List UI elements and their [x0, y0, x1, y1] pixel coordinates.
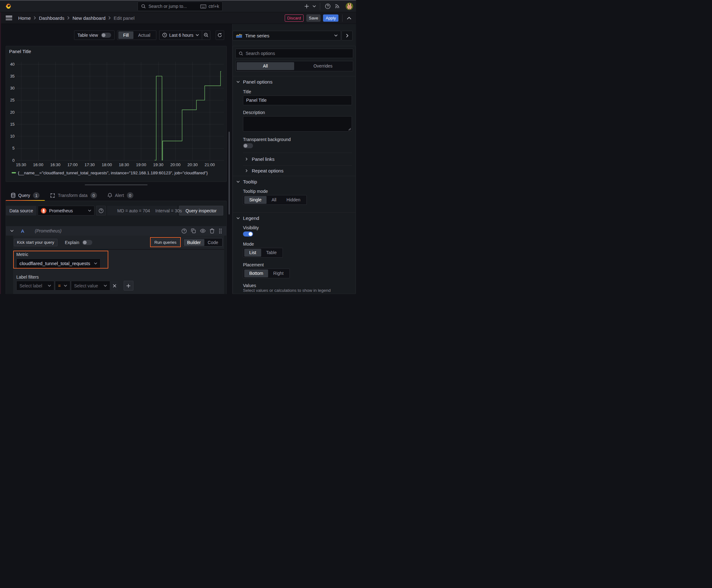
- time-range-button[interactable]: Last 6 hours: [159, 31, 202, 40]
- panel-title: Panel Title: [9, 49, 31, 54]
- actual-option[interactable]: Actual: [133, 31, 155, 39]
- section-panel-options-header[interactable]: Panel options: [236, 80, 352, 84]
- code-option[interactable]: Code: [204, 239, 222, 246]
- chevron-right-icon: [346, 34, 348, 38]
- metric-select[interactable]: cloudflared_tunnel_total_requests: [16, 258, 101, 268]
- svg-text:5: 5: [12, 146, 15, 150]
- drag-handle-icon[interactable]: [218, 228, 222, 234]
- new-dropdown-button[interactable]: [311, 2, 317, 11]
- refresh-button[interactable]: [216, 30, 224, 40]
- resize-handle[interactable]: [85, 184, 148, 186]
- svg-text:16:30: 16:30: [50, 162, 61, 167]
- datasource-picker[interactable]: Prometheus: [38, 206, 94, 215]
- svg-text:35: 35: [10, 74, 15, 78]
- breadcrumb-current: Edit panel: [114, 15, 135, 21]
- section-legend-title: Legend: [243, 216, 259, 220]
- fill-option[interactable]: Fill: [118, 31, 133, 39]
- visualization-picker[interactable]: Time series: [233, 31, 341, 41]
- title-field-label: Title: [243, 89, 352, 94]
- query-options-collapsed[interactable]: MD = auto = 704 Interval = 30s: [107, 206, 177, 215]
- query-ref-id: A: [21, 228, 24, 234]
- repeat-options-label: Repeat options: [252, 168, 283, 173]
- breadcrumb-new-dashboard[interactable]: New dashboard: [72, 15, 106, 21]
- transparent-bg-switch[interactable]: [243, 143, 253, 148]
- legend-placement-right[interactable]: Right: [268, 270, 288, 277]
- save-button[interactable]: Save: [306, 15, 321, 22]
- table-view-switch[interactable]: [101, 33, 111, 38]
- discard-button[interactable]: Discard: [285, 15, 304, 22]
- duplicate-icon[interactable]: [191, 228, 196, 233]
- repeat-options-collapse[interactable]: Repeat options: [243, 165, 352, 176]
- datasource-help-button[interactable]: [96, 206, 106, 215]
- new-button[interactable]: [302, 2, 311, 11]
- user-avatar[interactable]: [346, 2, 353, 10]
- svg-text:20:00: 20:00: [170, 162, 180, 167]
- top-bar: Search or jump to... ctrl+k: [0, 0, 356, 12]
- run-queries-button[interactable]: Run queries: [151, 239, 179, 246]
- tooltip-mode-single[interactable]: Single: [244, 196, 266, 204]
- explain-switch[interactable]: [82, 240, 92, 245]
- chevron-down-icon: [196, 34, 199, 36]
- svg-text:15: 15: [10, 122, 15, 126]
- remove-filter-button[interactable]: [111, 281, 118, 291]
- panel-edit-left-pane: Table view Fill Actual Last 6 hours: [0, 24, 232, 294]
- kickstart-button[interactable]: Kick start your query: [14, 239, 58, 246]
- description-textarea[interactable]: [243, 116, 352, 132]
- query-tabs: Query 1 Transform data 0 Aler: [6, 191, 139, 200]
- legend-visibility-switch[interactable]: [243, 231, 253, 236]
- operator-dropdown[interactable]: =: [55, 281, 70, 291]
- toggle-viz-picker-button[interactable]: [342, 31, 352, 41]
- query-options-interval: Interval = 30s: [155, 208, 182, 213]
- panel-links-collapse[interactable]: Panel links: [243, 153, 352, 165]
- options-search-input[interactable]: Search options: [235, 49, 353, 58]
- panel-title-input[interactable]: Panel Title: [243, 96, 352, 105]
- chevron-down-icon: [104, 285, 107, 287]
- select-label-dropdown[interactable]: Select label: [16, 281, 54, 291]
- trash-icon[interactable]: [210, 228, 214, 233]
- collapse-header-button[interactable]: [347, 17, 352, 20]
- legend-mode-group: List Table: [243, 248, 283, 257]
- apply-button[interactable]: Apply: [323, 15, 339, 22]
- add-filter-button[interactable]: [124, 281, 133, 291]
- tab-transform[interactable]: Transform data 0: [45, 191, 102, 200]
- breadcrumb-dashboards[interactable]: Dashboards: [39, 15, 64, 21]
- legend-series-label[interactable]: {__name__="cloudflared_tunnel_total_requ…: [18, 171, 208, 175]
- section-tooltip-header[interactable]: Tooltip: [236, 180, 352, 184]
- explain-label: Explain: [65, 240, 80, 245]
- options-tab-all[interactable]: All: [237, 62, 295, 70]
- breadcrumb-home[interactable]: Home: [18, 15, 31, 21]
- left-pane-scrollbar[interactable]: [229, 132, 230, 214]
- chevron-right-icon: [67, 16, 70, 20]
- query-inspector-button[interactable]: Query inspector: [179, 206, 223, 215]
- legend-placement-bottom[interactable]: Bottom: [244, 270, 268, 277]
- tab-transform-label: Transform data: [58, 193, 87, 198]
- search-placeholder: Search or jump to...: [149, 4, 198, 9]
- tab-alert[interactable]: Alert 0: [102, 191, 139, 200]
- options-tab-overrides[interactable]: Overrides: [294, 62, 352, 70]
- legend-mode-table[interactable]: Table: [261, 249, 282, 257]
- global-search-input[interactable]: Search or jump to... ctrl+k: [137, 2, 222, 11]
- builder-option[interactable]: Builder: [184, 239, 204, 246]
- legend-placement-label: Placement: [243, 262, 352, 267]
- section-legend: Legend Visibility Mode List Table Placem…: [233, 212, 355, 293]
- tooltip-mode-hidden[interactable]: Hidden: [281, 196, 305, 204]
- zoom-out-button[interactable]: [202, 31, 210, 40]
- query-row-header[interactable]: A (Prometheus): [6, 226, 226, 236]
- chevron-right-icon: [34, 16, 36, 20]
- tab-query[interactable]: Query 1: [6, 191, 45, 200]
- time-series-panel[interactable]: Panel Title 051015202530354015:3016:0016…: [6, 46, 226, 182]
- help-button[interactable]: [323, 2, 332, 11]
- query-editor-body: Kick start your query Explain Run querie…: [13, 236, 224, 294]
- menu-toggle-icon[interactable]: [6, 16, 12, 20]
- help-icon[interactable]: [181, 228, 187, 234]
- tooltip-mode-all[interactable]: All: [266, 196, 282, 204]
- section-legend-header[interactable]: Legend: [236, 216, 352, 220]
- grafana-logo-icon[interactable]: [6, 3, 12, 9]
- select-value-dropdown[interactable]: Select value: [71, 281, 110, 291]
- svg-text:21:00: 21:00: [205, 162, 215, 167]
- news-button[interactable]: [332, 2, 342, 11]
- query-editor-container: Data source Prometheus: [6, 201, 226, 294]
- legend-mode-list[interactable]: List: [244, 249, 261, 257]
- eye-icon[interactable]: [200, 229, 206, 233]
- svg-text:18:30: 18:30: [119, 162, 129, 167]
